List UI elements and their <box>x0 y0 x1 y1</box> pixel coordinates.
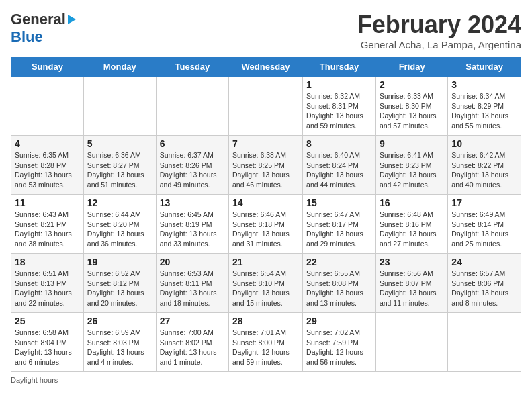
calendar-week-row: 1Sunrise: 6:32 AM Sunset: 8:31 PM Daylig… <box>11 77 521 136</box>
calendar-cell <box>448 313 521 372</box>
day-info: Sunrise: 6:58 AM Sunset: 8:04 PM Dayligh… <box>15 328 80 367</box>
calendar-cell: 12Sunrise: 6:44 AM Sunset: 8:20 PM Dayli… <box>83 195 156 254</box>
day-info: Sunrise: 6:33 AM Sunset: 8:30 PM Dayligh… <box>380 91 444 131</box>
day-info: Sunrise: 7:00 AM Sunset: 8:02 PM Dayligh… <box>160 328 225 367</box>
day-info: Sunrise: 6:57 AM Sunset: 8:06 PM Dayligh… <box>451 269 517 308</box>
day-info: Sunrise: 6:40 AM Sunset: 8:24 PM Dayligh… <box>306 150 372 190</box>
calendar-day-header: Monday <box>83 58 156 77</box>
day-number: 13 <box>160 197 225 208</box>
title-area: February 2024 General Acha, La Pampa, Ar… <box>357 11 521 50</box>
day-number: 8 <box>306 138 372 149</box>
day-number: 24 <box>451 257 517 267</box>
calendar-cell: 28Sunrise: 7:01 AM Sunset: 8:00 PM Dayli… <box>229 313 303 372</box>
day-info: Sunrise: 6:47 AM Sunset: 8:17 PM Dayligh… <box>306 210 372 249</box>
calendar-cell: 6Sunrise: 6:37 AM Sunset: 8:26 PM Daylig… <box>156 136 228 195</box>
day-number: 18 <box>15 257 80 267</box>
calendar-cell: 7Sunrise: 6:38 AM Sunset: 8:25 PM Daylig… <box>229 136 303 195</box>
calendar-day-header: Sunday <box>11 58 84 77</box>
day-info: Sunrise: 6:32 AM Sunset: 8:31 PM Dayligh… <box>306 91 372 131</box>
calendar-day-header: Thursday <box>303 58 376 77</box>
calendar-cell: 8Sunrise: 6:40 AM Sunset: 8:24 PM Daylig… <box>303 136 376 195</box>
calendar-cell <box>375 313 447 372</box>
day-info: Sunrise: 6:48 AM Sunset: 8:16 PM Dayligh… <box>380 210 444 249</box>
calendar-body: 1Sunrise: 6:32 AM Sunset: 8:31 PM Daylig… <box>11 77 521 372</box>
day-number: 29 <box>306 316 372 326</box>
day-number: 14 <box>232 197 299 208</box>
calendar-cell <box>83 77 156 136</box>
calendar-cell: 9Sunrise: 6:41 AM Sunset: 8:23 PM Daylig… <box>375 136 447 195</box>
calendar-cell: 25Sunrise: 6:58 AM Sunset: 8:04 PM Dayli… <box>11 313 84 372</box>
calendar-day-header: Saturday <box>448 58 521 77</box>
day-info: Sunrise: 6:45 AM Sunset: 8:19 PM Dayligh… <box>160 210 225 249</box>
calendar-cell: 18Sunrise: 6:51 AM Sunset: 8:13 PM Dayli… <box>11 254 84 313</box>
calendar-cell: 14Sunrise: 6:46 AM Sunset: 8:18 PM Dayli… <box>229 195 303 254</box>
day-info: Sunrise: 6:34 AM Sunset: 8:29 PM Dayligh… <box>451 91 517 131</box>
calendar-day-header: Friday <box>375 58 447 77</box>
logo-blue: Blue <box>11 28 43 45</box>
day-info: Sunrise: 7:02 AM Sunset: 7:59 PM Dayligh… <box>306 328 372 367</box>
calendar-cell <box>11 77 84 136</box>
day-number: 19 <box>87 257 152 267</box>
calendar-cell: 10Sunrise: 6:42 AM Sunset: 8:22 PM Dayli… <box>448 136 521 195</box>
day-number: 12 <box>87 197 152 208</box>
day-number: 4 <box>15 138 80 149</box>
calendar-footer: Daylight hours <box>11 376 521 384</box>
day-info: Sunrise: 6:43 AM Sunset: 8:21 PM Dayligh… <box>15 210 80 249</box>
page-subtitle: General Acha, La Pampa, Argentina <box>357 39 521 50</box>
day-info: Sunrise: 6:44 AM Sunset: 8:20 PM Dayligh… <box>87 210 152 249</box>
day-number: 11 <box>15 197 80 208</box>
day-info: Sunrise: 6:55 AM Sunset: 8:08 PM Dayligh… <box>306 269 372 308</box>
calendar-cell: 2Sunrise: 6:33 AM Sunset: 8:30 PM Daylig… <box>375 77 447 136</box>
day-number: 22 <box>306 257 372 267</box>
day-info: Sunrise: 6:38 AM Sunset: 8:25 PM Dayligh… <box>232 150 299 190</box>
calendar-week-row: 25Sunrise: 6:58 AM Sunset: 8:04 PM Dayli… <box>11 313 521 372</box>
calendar-day-header: Wednesday <box>229 58 303 77</box>
day-info: Sunrise: 6:53 AM Sunset: 8:11 PM Dayligh… <box>160 269 225 308</box>
calendar-cell: 3Sunrise: 6:34 AM Sunset: 8:29 PM Daylig… <box>448 77 521 136</box>
day-number: 28 <box>232 316 299 326</box>
calendar-cell <box>156 77 228 136</box>
day-number: 9 <box>380 138 444 149</box>
day-info: Sunrise: 6:51 AM Sunset: 8:13 PM Dayligh… <box>15 269 80 308</box>
calendar-cell: 26Sunrise: 6:59 AM Sunset: 8:03 PM Dayli… <box>83 313 156 372</box>
calendar-cell: 17Sunrise: 6:49 AM Sunset: 8:14 PM Dayli… <box>448 195 521 254</box>
day-number: 17 <box>451 197 517 208</box>
day-info: Sunrise: 6:41 AM Sunset: 8:23 PM Dayligh… <box>380 150 444 190</box>
day-info: Sunrise: 6:42 AM Sunset: 8:22 PM Dayligh… <box>451 150 517 190</box>
calendar-day-header: Tuesday <box>156 58 228 77</box>
day-number: 26 <box>87 316 152 326</box>
calendar-week-row: 4Sunrise: 6:35 AM Sunset: 8:28 PM Daylig… <box>11 136 521 195</box>
day-number: 5 <box>87 138 152 149</box>
calendar-header-row: SundayMondayTuesdayWednesdayThursdayFrid… <box>11 58 521 77</box>
calendar-cell: 13Sunrise: 6:45 AM Sunset: 8:19 PM Dayli… <box>156 195 228 254</box>
calendar-week-row: 18Sunrise: 6:51 AM Sunset: 8:13 PM Dayli… <box>11 254 521 313</box>
day-info: Sunrise: 6:59 AM Sunset: 8:03 PM Dayligh… <box>87 328 152 367</box>
day-info: Sunrise: 6:46 AM Sunset: 8:18 PM Dayligh… <box>232 210 299 249</box>
day-number: 10 <box>451 138 517 149</box>
header: General Blue February 2024 General Acha,… <box>11 11 521 50</box>
day-info: Sunrise: 6:52 AM Sunset: 8:12 PM Dayligh… <box>87 269 152 308</box>
calendar-cell: 5Sunrise: 6:36 AM Sunset: 8:27 PM Daylig… <box>83 136 156 195</box>
calendar-cell: 29Sunrise: 7:02 AM Sunset: 7:59 PM Dayli… <box>303 313 376 372</box>
day-info: Sunrise: 6:37 AM Sunset: 8:26 PM Dayligh… <box>160 150 225 190</box>
day-number: 25 <box>15 316 80 326</box>
calendar-table: SundayMondayTuesdayWednesdayThursdayFrid… <box>11 57 521 372</box>
calendar-cell: 1Sunrise: 6:32 AM Sunset: 8:31 PM Daylig… <box>303 77 376 136</box>
calendar-cell: 27Sunrise: 7:00 AM Sunset: 8:02 PM Dayli… <box>156 313 228 372</box>
day-info: Sunrise: 7:01 AM Sunset: 8:00 PM Dayligh… <box>232 328 299 367</box>
day-info: Sunrise: 6:54 AM Sunset: 8:10 PM Dayligh… <box>232 269 299 308</box>
logo-arrow-icon <box>68 15 76 24</box>
calendar-week-row: 11Sunrise: 6:43 AM Sunset: 8:21 PM Dayli… <box>11 195 521 254</box>
day-number: 3 <box>451 79 517 90</box>
calendar-cell <box>229 77 303 136</box>
day-number: 21 <box>232 257 299 267</box>
calendar-cell: 19Sunrise: 6:52 AM Sunset: 8:12 PM Dayli… <box>83 254 156 313</box>
day-info: Sunrise: 6:35 AM Sunset: 8:28 PM Dayligh… <box>15 150 80 190</box>
daylight-label: Daylight hours <box>11 376 58 384</box>
calendar-cell: 4Sunrise: 6:35 AM Sunset: 8:28 PM Daylig… <box>11 136 84 195</box>
day-number: 6 <box>160 138 225 149</box>
day-info: Sunrise: 6:36 AM Sunset: 8:27 PM Dayligh… <box>87 150 152 190</box>
page-title: February 2024 <box>357 11 521 39</box>
day-number: 15 <box>306 197 372 208</box>
day-number: 16 <box>380 197 444 208</box>
